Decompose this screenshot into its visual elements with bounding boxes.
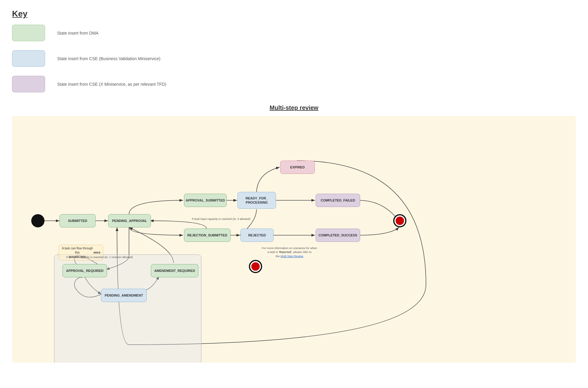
diagram-title: Multi-step review <box>12 104 576 111</box>
node-expired: EXPIRED <box>280 161 315 174</box>
node-rejection-submitted: REJECTION_SUBMITTED <box>184 229 231 242</box>
multi-step-review-link[interactable]: Multi Step Review <box>280 254 303 258</box>
node-completed-failed: COMPLETED_FAILED <box>316 194 360 207</box>
key-box-blue <box>12 50 45 67</box>
node-completed-success: COMPLETED_SUCCESS <box>316 229 360 242</box>
key-item-purple: State insert from CSE (X Miniservice, as… <box>12 76 576 92</box>
node-rejected: REJECTED <box>240 229 274 242</box>
node-ready-for-processing: READY_FOR_PROCESSING <box>237 192 276 209</box>
key-item-green: State insert from DMA <box>12 25 576 41</box>
node-submitted: SUBMITTED <box>60 214 96 227</box>
node-pending-amendment: PENDING_AMENDMENT <box>101 289 147 302</box>
end-circle-main <box>393 214 406 227</box>
key-label-purple: State insert from CSE (X Miniservice, as… <box>57 82 166 87</box>
key-items: State insert from DMA State insert from … <box>12 25 576 92</box>
node-approval-submitted: APPROVAL_SUBMITTED <box>184 194 227 207</box>
start-circle <box>31 214 44 227</box>
key-box-green <box>12 25 45 41</box>
key-label-green: State insert from DMA <box>57 31 99 35</box>
key-title: Key <box>12 9 576 19</box>
node-amendment-required: AMENDMENT_REQUIRED <box>151 264 198 277</box>
rejected-info-note: For more information on scenarios for wh… <box>255 246 324 258</box>
diagram-container: SUBMITTED PENDING_APPROVAL APPROVAL_SUBM… <box>12 116 576 363</box>
dual-input-note: If dual input capacity is reached (ie: 3… <box>192 217 250 221</box>
key-item-blue: State insert from CSE (Business Validati… <box>12 50 576 67</box>
node-approval-required: APPROVAL_REQUIRED <box>63 264 107 277</box>
key-box-purple <box>12 76 45 92</box>
end-circle-rejected <box>249 260 262 273</box>
node-pending-approval: PENDING_APPROVAL <box>108 214 151 227</box>
revision-note: If revision capacity is reached (ie: 1 r… <box>66 255 133 259</box>
key-label-blue: State insert from CSE (Business Validati… <box>57 56 161 61</box>
page: Key State insert from DMA State insert f… <box>0 0 588 372</box>
